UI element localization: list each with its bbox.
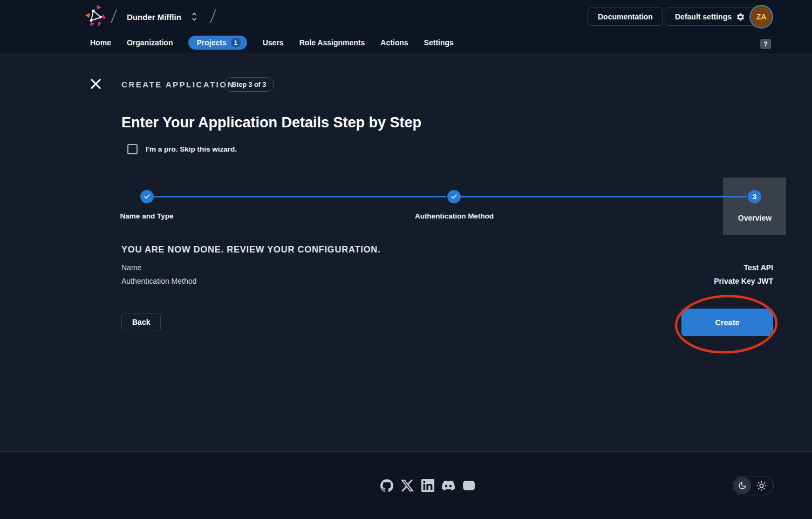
skip-wizard-label[interactable]: I'm a pro. Skip this wizard. [146, 145, 237, 153]
github-icon[interactable] [380, 479, 393, 492]
social-links [380, 479, 475, 492]
create-button[interactable]: Create [681, 309, 773, 336]
documentation-button-label: Documentation [598, 12, 653, 21]
step-2-label: Authentication Method [415, 212, 494, 220]
top-header: Dunder Mifflin Documentation Default set… [0, 0, 812, 53]
documentation-button[interactable]: Documentation [588, 8, 663, 26]
page-heading: Enter Your Application Details Step by S… [121, 114, 421, 131]
step-chip: Step 3 of 3 [224, 77, 274, 92]
projects-count-badge: 1 [231, 38, 241, 47]
nav-item-projects[interactable]: Projects 1 [188, 36, 247, 50]
step-3-number-badge[interactable]: 3 [748, 190, 761, 203]
x-twitter-icon[interactable] [401, 479, 414, 492]
step-overview-box[interactable] [723, 177, 786, 235]
wizard-main: CREATE APPLICATION Step 3 of 3 Enter You… [0, 54, 812, 450]
youtube-icon[interactable] [462, 479, 475, 492]
stepper-connector [460, 196, 747, 197]
review-name-label: Name [121, 263, 141, 272]
wizard-stepper: 3 Name and Type Authentication Method Ov… [121, 177, 786, 235]
step-1-completed-check-icon[interactable] [140, 190, 154, 203]
gear-icon [736, 12, 745, 22]
nav-item-settings[interactable]: Settings [424, 36, 454, 49]
main-nav: Home Organization Projects 1 Users Role … [90, 36, 454, 50]
step-1-label: Name and Type [120, 212, 174, 220]
nav-item-home[interactable]: Home [90, 36, 111, 49]
skip-wizard-checkbox[interactable] [127, 144, 138, 154]
review-auth-method-value: Private Key JWT [714, 277, 773, 285]
theme-toggle[interactable] [733, 476, 774, 495]
wizard-title: CREATE APPLICATION [121, 80, 235, 89]
nav-item-users[interactable]: Users [263, 36, 284, 49]
default-settings-button[interactable]: Default settings [665, 8, 755, 26]
nav-item-organization[interactable]: Organization [127, 36, 173, 49]
close-icon[interactable] [90, 78, 102, 90]
dark-mode-moon-icon[interactable] [734, 477, 751, 494]
nav-item-actions[interactable]: Actions [380, 36, 408, 49]
stepper-connector [154, 196, 446, 197]
review-name-value: Test API [744, 263, 773, 272]
help-badge[interactable]: ? [760, 39, 771, 49]
nav-item-role-assignments[interactable]: Role Assignments [299, 36, 365, 49]
page-footer [0, 451, 812, 519]
avatar[interactable]: ZA [749, 5, 773, 29]
back-button[interactable]: Back [121, 313, 161, 331]
linkedin-icon[interactable] [421, 479, 434, 492]
avatar-initials: ZA [756, 12, 767, 21]
breadcrumb-separator [111, 9, 117, 24]
nav-item-projects-label: Projects [196, 38, 226, 47]
default-settings-button-label: Default settings [675, 12, 732, 21]
zitadel-logo-icon[interactable] [84, 4, 109, 29]
step-3-label: Overview [738, 214, 772, 222]
step-2-completed-check-icon[interactable] [447, 190, 461, 203]
review-heading: YOU ARE NOW DONE. REVIEW YOUR CONFIGURAT… [121, 244, 380, 255]
org-switcher-unfold-icon[interactable] [189, 11, 200, 22]
breadcrumb-separator [210, 9, 216, 24]
discord-icon[interactable] [442, 479, 455, 492]
light-mode-sun-icon[interactable] [756, 481, 767, 491]
org-switcher[interactable]: Dunder Mifflin [127, 12, 181, 22]
review-auth-method-label: Authentication Method [121, 277, 196, 285]
